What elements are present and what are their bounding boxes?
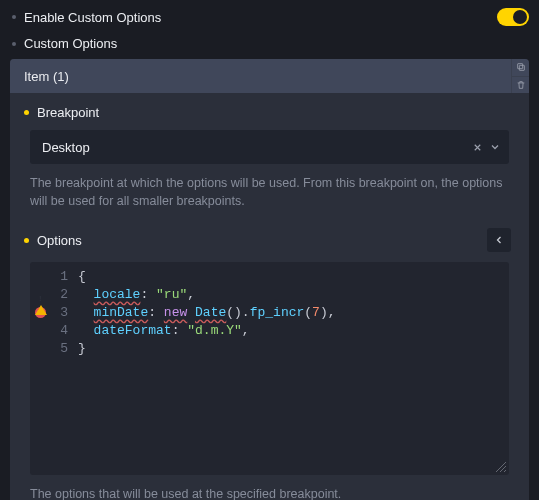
svg-rect-1	[517, 64, 522, 69]
custom-options-label: Custom Options	[24, 36, 117, 51]
options-help: The options that will be used at the spe…	[24, 485, 515, 500]
breakpoint-value: Desktop	[42, 140, 472, 155]
delete-icon[interactable]	[512, 77, 529, 94]
line-number: 1	[52, 268, 78, 286]
line-number: 5	[52, 340, 78, 358]
options-code-editor[interactable]: 1 { 2 locale: "ru", ✕ 3 minDate: new Dat…	[30, 262, 509, 475]
svg-rect-0	[519, 66, 524, 71]
custom-options-card: Item (1) Breakpoint Desktop	[10, 59, 529, 500]
breakpoint-help: The breakpoint at which the options will…	[24, 174, 515, 214]
enable-custom-options-label: Enable Custom Options	[24, 10, 161, 25]
chevron-down-icon[interactable]	[489, 141, 501, 153]
breakpoint-label: Breakpoint	[37, 105, 99, 120]
enable-custom-options-toggle[interactable]	[497, 8, 529, 26]
resize-grip-icon[interactable]	[495, 461, 507, 473]
line-number: 3	[52, 304, 78, 322]
line-number: 4	[52, 322, 78, 340]
options-collapse-button[interactable]	[487, 228, 511, 252]
line-number: 2	[52, 286, 78, 304]
warning-icon[interactable]	[35, 289, 47, 301]
item-header[interactable]: Item (1)	[10, 59, 511, 93]
clear-icon[interactable]	[472, 141, 483, 153]
options-label: Options	[37, 233, 82, 248]
duplicate-icon[interactable]	[512, 59, 529, 77]
breakpoint-select[interactable]: Desktop	[30, 130, 509, 164]
